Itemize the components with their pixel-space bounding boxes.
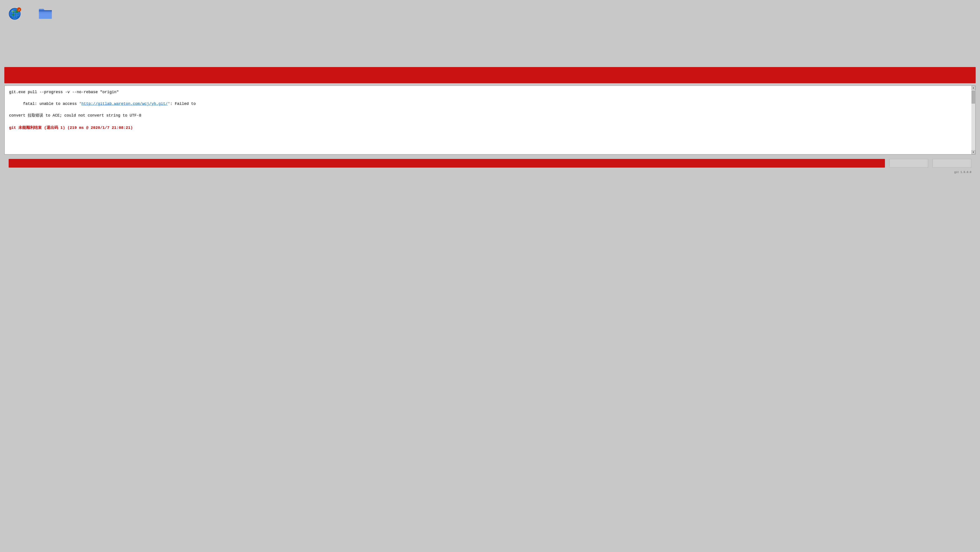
terminal-line-1: git.exe pull --progress -v --no-rebase "… [9,89,971,95]
bottom-area: git 1.0.0.0 [4,157,976,174]
terminal-error-line: git 未能顺利结束 (退出码 1) (219 ms @ 2020/1/7 21… [9,125,971,131]
desktop-icons: ↗ [4,4,976,22]
status-text: git 1.0.0.0 [4,170,976,174]
folder-icon-item[interactable] [37,6,54,20]
terminal-line-2: fatal: unable to access 'http://gitlab.w… [9,95,971,113]
red-error-banner [4,67,976,83]
bottom-gray-button[interactable] [889,159,928,168]
terminal-text-after-link: ': Failed to [168,102,196,106]
terminal-output-container: git.exe pull --progress -v --no-rebase "… [4,85,976,155]
git-url-link[interactable]: http://gitlab.wareton.com/wcj/yh.git/ [81,102,168,106]
folder-icon [38,6,52,20]
internet-icon[interactable]: ↗ [6,6,24,20]
bottom-red-bar [9,159,885,168]
globe-icon: ↗ [8,6,22,20]
svg-point-6 [11,10,14,13]
desktop-area: ↗ [0,0,980,65]
svg-text:↗: ↗ [18,8,20,11]
terminal-text-before-link: fatal: unable to access ' [23,102,81,106]
bottom-gray-button-2[interactable] [932,159,971,168]
scrollbar-down-button[interactable]: ▼ [971,150,975,154]
bottom-bar [4,157,976,170]
terminal-line-3: convert 拉取错误 to ACE; could not convert s… [9,113,971,118]
scrollbar-track: ▲ ▼ [971,86,975,154]
scrollbar-thumb[interactable] [972,91,975,104]
scrollbar-up-arrow-icon: ▲ [973,87,974,89]
svg-rect-11 [39,11,52,13]
scrollbar-down-arrow-icon: ▼ [973,151,974,153]
terminal-content: git.exe pull --progress -v --no-rebase "… [5,86,975,154]
scrollbar-up-button[interactable]: ▲ [971,86,975,90]
